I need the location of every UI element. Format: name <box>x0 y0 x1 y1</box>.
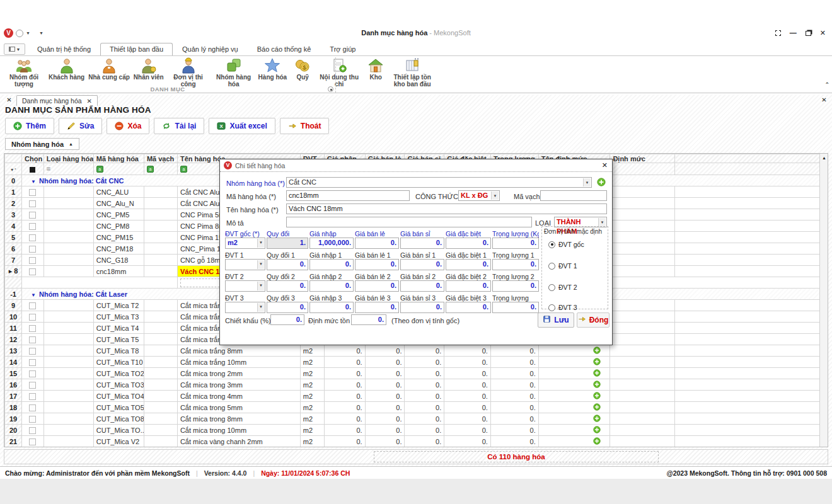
ribbon-item[interactable]: Thiết lập tồn kho ban đầu <box>390 57 435 88</box>
ribbon-item[interactable]: Khách hàng <box>47 57 86 82</box>
barcode-cell[interactable] <box>144 311 177 323</box>
add-norm-icon[interactable] <box>593 381 601 388</box>
product-name-cell[interactable]: Cắt mica trong 2mm <box>177 368 300 379</box>
tabstrip-close-icon[interactable]: ✕ <box>819 96 829 105</box>
column-header[interactable]: Mã vạch <box>144 154 177 163</box>
unit-value-input[interactable]: 0. <box>267 302 308 313</box>
radio-đvt-1[interactable]: ĐVT 1 <box>548 262 577 270</box>
button-excel[interactable]: XXuất excel <box>209 118 275 134</box>
stock-norm-input[interactable]: 0. <box>351 314 386 325</box>
price-cell[interactable]: 0. <box>444 402 491 413</box>
product-code-cell[interactable]: CUT_Mica TO2 <box>93 368 144 379</box>
filter-cell[interactable]: a <box>93 163 144 175</box>
product-code-cell[interactable]: CUT_Mica TO3 <box>93 379 144 391</box>
radio-icon[interactable] <box>548 263 555 270</box>
barcode-cell[interactable] <box>144 379 177 391</box>
unit-cell[interactable]: m2 <box>300 345 324 357</box>
unit-value-input[interactable]: 0. <box>492 259 539 270</box>
norm-cell[interactable] <box>610 368 675 379</box>
price-cell[interactable]: 0. <box>444 391 491 402</box>
price-cell[interactable]: 0. <box>444 413 491 425</box>
filter-cell[interactable]: ▼· <box>5 163 22 175</box>
unit-value-input[interactable]: 1. <box>267 238 308 249</box>
select-cell[interactable] <box>22 198 44 209</box>
table-row[interactable]: 14CUT_Mica T10Cắt mica trắng 10mmm20.0.0… <box>5 357 821 368</box>
price-cell[interactable]: 0. <box>444 345 491 357</box>
radio-đvt-gốc[interactable]: ĐVT gốc <box>548 241 584 248</box>
product-type-cell[interactable] <box>43 368 93 379</box>
product-type-cell[interactable] <box>43 186 93 198</box>
norm-cell[interactable] <box>610 255 675 266</box>
select-cell[interactable] <box>22 413 44 425</box>
norm-name-cell[interactable] <box>538 357 610 368</box>
barcode-cell[interactable] <box>144 300 177 311</box>
table-row[interactable]: 16CUT_Mica TO3Cắt mica trong 3mmm20.0.0.… <box>5 379 821 391</box>
select-all-checkbox[interactable] <box>30 167 35 173</box>
norm-cell[interactable] <box>610 379 675 391</box>
ribbon-layout-button[interactable]: ▼ <box>4 43 25 55</box>
unit-cell[interactable]: m2 <box>300 402 324 413</box>
select-cell[interactable] <box>22 266 44 277</box>
close-icon[interactable]: ✕ <box>820 29 826 37</box>
tab-danh-muc-hang-hoa[interactable]: Danh mục hàng hóa ✕ <box>16 95 98 106</box>
row-checkbox[interactable] <box>29 302 36 309</box>
row-checkbox[interactable] <box>29 336 36 343</box>
norm-name-cell[interactable] <box>538 402 610 413</box>
collapse-triangle-icon[interactable]: ▼ <box>31 292 36 298</box>
product-name-cell[interactable]: Cắt mica trong 5mm <box>177 402 300 413</box>
norm-cell[interactable] <box>610 413 675 425</box>
unit-value-input[interactable]: 0. <box>446 302 491 313</box>
product-type-cell[interactable] <box>43 198 93 209</box>
add-norm-icon[interactable] <box>593 369 601 377</box>
price-cell[interactable]: 0. <box>490 413 538 425</box>
scroll-up-icon[interactable]: ▲ <box>820 154 828 162</box>
ribbon-item[interactable]: Nhóm đối tượng <box>1 57 47 88</box>
unit-value-input[interactable]: 0. <box>400 259 444 270</box>
radio-đvt-3[interactable]: ĐVT 3 <box>548 304 577 311</box>
ribbon-tab-2[interactable]: Quản lý nghiệp vụ <box>173 43 248 55</box>
product-type-cell[interactable] <box>43 379 93 391</box>
unit-value-input[interactable]: 0. <box>400 280 444 292</box>
barcode-cell[interactable] <box>144 255 177 266</box>
radio-icon[interactable] <box>548 304 555 311</box>
unit-combo[interactable]: ▼ <box>225 302 265 313</box>
table-row[interactable]: 15CUT_Mica TO2Cắt mica trong 2mmm20.0.0.… <box>5 368 821 379</box>
ribbon-item[interactable]: Nhà cung cấp <box>86 57 132 82</box>
price-cell[interactable]: 0. <box>365 379 405 391</box>
norm-name-cell[interactable] <box>538 368 610 379</box>
norm-cell[interactable] <box>610 391 675 402</box>
norm-cell[interactable] <box>610 311 675 323</box>
select-cell[interactable] <box>22 323 44 334</box>
unit-value-input[interactable]: 0. <box>492 280 539 292</box>
button-minus-red[interactable]: Xóa <box>107 118 149 134</box>
product-code-cell[interactable]: CNC_PM8 <box>93 220 144 232</box>
column-header[interactable]: Loại hàng hóa <box>43 154 93 163</box>
norm-name-cell[interactable] <box>538 391 610 402</box>
price-cell[interactable]: 0. <box>365 425 405 436</box>
product-code-cell[interactable]: CUT_Mica TO8 <box>93 413 144 425</box>
filter-cell[interactable] <box>610 163 675 175</box>
select-cell[interactable] <box>22 300 44 311</box>
add-norm-icon[interactable] <box>593 358 601 365</box>
price-cell[interactable]: 0. <box>324 391 365 402</box>
unit-value-input[interactable]: 0. <box>492 302 539 313</box>
price-cell[interactable]: 0. <box>405 402 444 413</box>
barcode-cell[interactable] <box>144 357 177 368</box>
select-cell[interactable] <box>22 255 44 266</box>
barcode-cell[interactable] <box>144 232 177 243</box>
unit-value-input[interactable]: 0. <box>267 280 308 292</box>
group-combo[interactable]: Cắt CNC▼ <box>286 177 592 188</box>
price-cell[interactable]: 0. <box>324 368 365 379</box>
price-cell[interactable]: 0. <box>490 436 538 447</box>
radio-đvt-2[interactable]: ĐVT 2 <box>548 284 577 291</box>
ribbon-group-dialog-launcher[interactable] <box>328 86 333 92</box>
barcode-cell[interactable] <box>144 436 177 447</box>
price-cell[interactable]: 0. <box>365 345 405 357</box>
norm-cell[interactable] <box>610 266 675 277</box>
equals-filter-icon[interactable]: = <box>47 165 50 173</box>
unit-value-input[interactable]: 0. <box>446 280 491 292</box>
unit-combo[interactable]: m2▼ <box>225 238 265 249</box>
price-cell[interactable]: 0. <box>324 379 365 391</box>
ribbon-item[interactable]: $Quỹ <box>289 57 316 82</box>
product-type-cell[interactable] <box>43 357 93 368</box>
